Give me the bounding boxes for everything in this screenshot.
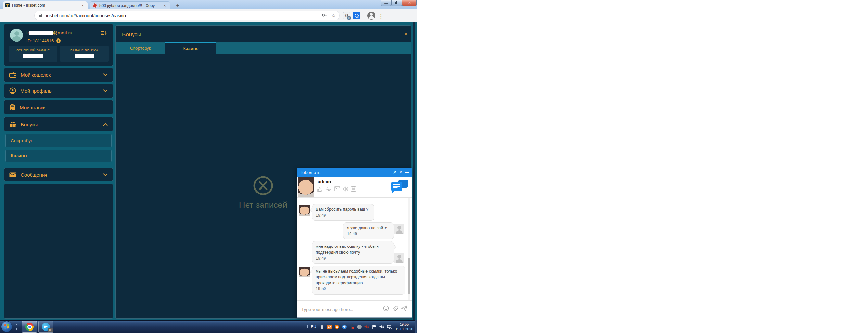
gift-icon (9, 121, 16, 128)
agent-photo-avatar (298, 177, 314, 197)
window-close-button[interactable]: × (402, 0, 417, 6)
irisbet-favicon (5, 3, 10, 7)
https-lock-icon[interactable] (39, 13, 42, 18)
bookmark-star-icon[interactable]: ☆ (331, 13, 336, 19)
tab-title: 500 рублей рандомно!!! - Фору (99, 3, 160, 8)
taskbar-telegram-button[interactable]: .03 (38, 321, 53, 333)
chat-header[interactable]: Поболтать ↗ × — (297, 168, 411, 176)
browser-menu-icon[interactable]: ⋮ (378, 13, 384, 20)
close-icon: × (408, 1, 411, 4)
show-desktop-button[interactable] (414, 320, 417, 333)
browser-tab-inactive[interactable]: 500 рублей рандомно!!! - Фору × (90, 1, 170, 9)
network-icon[interactable] (386, 324, 392, 329)
profile-avatar-icon[interactable] (367, 12, 375, 20)
chat-input-row (297, 301, 411, 317)
password-key-icon[interactable] (321, 13, 328, 17)
windows-flag (4, 324, 6, 327)
window-restore-button[interactable] (392, 0, 402, 6)
chat-message-admin: Вам сбросить пароль ваш ? 19:49 (312, 204, 374, 221)
sidebar-item-messages[interactable]: Сообщения (4, 168, 113, 181)
new-tab-button[interactable]: + (174, 2, 181, 8)
sidebar-item-label: Бонусы (21, 121, 98, 127)
thumbs-down-icon[interactable] (326, 186, 332, 192)
save-icon[interactable] (351, 186, 356, 192)
emoji-icon[interactable] (383, 305, 389, 311)
chrome-icon (25, 323, 34, 331)
sidebar-subitem-casino[interactable]: Казино (5, 149, 112, 162)
sound-icon[interactable] (343, 186, 348, 192)
search-extension-icon[interactable] (353, 12, 360, 19)
chat-popout-icon[interactable]: ↗ (393, 170, 396, 175)
chat-title: Поболтать (300, 170, 390, 175)
sidebar-item-label: Мой кошелек (21, 72, 98, 78)
sidebar-item-wallet[interactable]: Мой кошелек (4, 67, 113, 82)
chat-bubble-front (391, 182, 402, 191)
lock-tray-icon[interactable] (319, 324, 324, 329)
taskbar-clock[interactable]: 19:55 15.01.2020 (394, 322, 414, 332)
chat-close-icon[interactable]: × (400, 170, 402, 175)
red-speaker-tray-icon[interactable] (364, 324, 369, 329)
chat-message-user: я уже давно на сайте 19:49 (343, 222, 394, 239)
tab-title: Home - Irisbet.com (12, 3, 78, 7)
volume-icon[interactable] (379, 324, 384, 329)
user-email: k@mail.ru (26, 30, 72, 35)
collapse-menu-icon[interactable] (100, 31, 107, 36)
clipboard-icon (9, 104, 15, 111)
sidebar-item-profile[interactable]: Мой профиль (4, 84, 113, 98)
attachment-icon[interactable] (393, 305, 398, 311)
taskbar-chrome-button[interactable] (22, 321, 37, 333)
message-text: мы не высылаем подобные ссылки, только п… (316, 268, 402, 286)
message-text: Вам сбросить пароль ваш ? (316, 206, 370, 212)
message-text: мне надо от вас ссылку - чтобы я подтвер… (316, 244, 390, 255)
tab-close-icon[interactable]: × (80, 3, 85, 8)
sidebar-empty-panel (4, 184, 113, 319)
sidebar-item-bets[interactable]: Мои ставки (4, 100, 113, 114)
action-center-flag-icon[interactable] (372, 324, 377, 329)
url-text[interactable]: irisbet.com/ru#/account/bonuses/casino (46, 13, 126, 18)
window-minimize-button[interactable]: — (381, 0, 392, 6)
language-indicator[interactable]: RU (310, 325, 317, 329)
blue-arrow-tray-icon[interactable] (342, 324, 347, 329)
toolbar-separator (364, 13, 364, 19)
chevron-down-icon (103, 89, 107, 92)
bonuses-tabstrip: Спортсбук Казино (116, 42, 411, 54)
translate-sub: 文 (347, 16, 350, 20)
tab-sportsbook[interactable]: Спортсбук (116, 42, 165, 54)
info-icon[interactable]: i (56, 38, 61, 43)
email-icon[interactable] (334, 186, 340, 191)
chat-message-user: мне надо от вас ссылку - чтобы я подтвер… (312, 241, 394, 264)
telegram-badge: .03 (48, 329, 53, 332)
thumbs-up-icon[interactable] (317, 186, 323, 192)
message-time: 19:49 (347, 231, 390, 237)
email-domain: @mail.ru (53, 30, 72, 35)
window-border (412, 23, 415, 320)
gray-ball-tray-icon[interactable] (357, 324, 362, 329)
agent-msg-avatar (299, 267, 310, 277)
tab-casino[interactable]: Казино (165, 42, 216, 54)
clock-time: 19:55 (395, 322, 413, 327)
message-text: я уже давно на сайте (347, 225, 390, 231)
minimize-icon: — (384, 1, 388, 4)
sidebar-item-bonuses[interactable]: Бонусы (4, 117, 113, 131)
envelope-icon (9, 172, 16, 177)
user-avatar (10, 29, 23, 41)
bonus-balance-label: БАЛАНС БОНУСА (60, 49, 109, 52)
start-button[interactable] (1, 321, 12, 332)
hidden-icons-grip[interactable] (305, 325, 308, 329)
panel-close-icon[interactable]: × (404, 30, 408, 38)
send-icon[interactable] (401, 305, 408, 311)
avast-tray-icon[interactable] (334, 324, 339, 329)
tab-close-icon[interactable]: × (162, 3, 167, 8)
orange-app-tray-icon[interactable] (327, 324, 332, 329)
translate-extension-icon[interactable]: G文 (343, 12, 350, 19)
user-msg-avatar (394, 253, 404, 263)
chat-scrollbar-thumb[interactable] (408, 258, 410, 294)
chevron-down-icon (103, 173, 107, 176)
chat-service-logo (391, 180, 408, 194)
chat-message-input[interactable] (302, 305, 379, 314)
antenna-alert-tray-icon[interactable] (349, 324, 354, 329)
sidebar-subitem-sportsbook[interactable]: Спортсбук (5, 134, 112, 147)
sidebar-item-label: Мой профиль (21, 88, 98, 94)
browser-tab-active[interactable]: Home - Irisbet.com × (3, 1, 88, 9)
chat-minimize-icon[interactable]: — (405, 170, 409, 175)
